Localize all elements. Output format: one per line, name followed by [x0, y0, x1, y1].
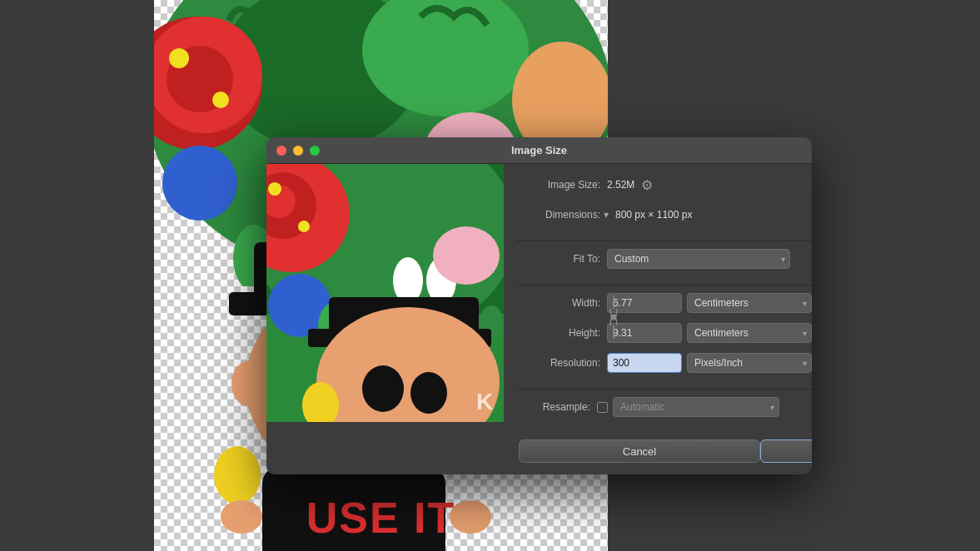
- image-size-value: 2.52M: [607, 179, 634, 191]
- resample-row: Resample: Automatic Preserve Details 2.0…: [517, 396, 812, 418]
- resolution-row: Resolution: Pixels/Inch Pixels/Centimete…: [517, 352, 812, 374]
- fit-to-select[interactable]: Custom Letter (300 ppi) A4 (300 ppi) Pri…: [607, 249, 790, 269]
- svg-point-36: [393, 257, 423, 304]
- height-unit-wrapper: Centimeters Pixels Inches Millimeters Pe…: [687, 323, 812, 343]
- dialog-preview: K: [266, 164, 504, 422]
- svg-point-14: [162, 146, 237, 221]
- separator-1: [517, 241, 812, 241]
- dimensions-row: Dimensions: ▾ 800 px × 1100 px: [517, 204, 812, 226]
- cancel-button[interactable]: Cancel: [519, 439, 760, 463]
- svg-point-50: [611, 315, 617, 320]
- window-buttons: [276, 146, 320, 156]
- resample-select-wrapper: Automatic Preserve Details 2.0 Bicubic S…: [613, 397, 779, 417]
- width-unit-wrapper: Centimeters Pixels Inches Millimeters Pe…: [687, 293, 812, 313]
- svg-point-13: [212, 92, 229, 108]
- svg-point-24: [214, 446, 261, 504]
- svg-point-26: [450, 500, 491, 534]
- dialog-inner: K Image Size: 2.52M ⚙ Dimensions: ▾ 800 …: [266, 164, 812, 474]
- link-icon: [607, 294, 620, 340]
- width-label: Width:: [517, 297, 600, 309]
- svg-point-34: [298, 221, 310, 232]
- svg-point-12: [169, 48, 189, 68]
- fit-to-label: Fit To:: [517, 253, 600, 265]
- image-size-row: Image Size: 2.52M ⚙: [517, 174, 812, 196]
- svg-point-33: [268, 182, 281, 196]
- svg-point-25: [221, 500, 262, 534]
- resolution-label: Resolution:: [517, 357, 600, 369]
- resolution-unit-select[interactable]: Pixels/Inch Pixels/Centimeter: [687, 353, 812, 373]
- dialog-buttons: Cancel OK: [517, 439, 812, 463]
- fit-to-select-wrapper: Custom Letter (300 ppi) A4 (300 ppi) Pri…: [607, 249, 790, 269]
- svg-point-47: [410, 372, 447, 414]
- bottom-text: USE IT: [306, 493, 456, 543]
- width-unit-select[interactable]: Centimeters Pixels Inches Millimeters Pe…: [687, 293, 812, 313]
- dimensions-dropdown[interactable]: ▾: [604, 209, 609, 221]
- resample-checkbox[interactable]: [597, 402, 608, 413]
- dialog-titlebar: Image Size: [266, 137, 812, 164]
- height-row: Height: Centimeters Pixels Inches Millim…: [517, 322, 812, 344]
- dialog-preview-art: K: [266, 164, 504, 422]
- ok-button[interactable]: OK: [760, 439, 812, 463]
- minimize-button[interactable]: [293, 146, 303, 156]
- resolution-input[interactable]: [607, 353, 682, 373]
- image-size-label: Image Size:: [517, 179, 600, 191]
- dialog-title: Image Size: [511, 144, 567, 156]
- dim-rows: Width: Centimeters Pixels Inches Millime…: [517, 292, 812, 352]
- resample-label: Resample:: [517, 401, 590, 413]
- maximize-button[interactable]: [310, 146, 320, 156]
- svg-text:K: K: [476, 389, 493, 414]
- dimensions-label: Dimensions:: [517, 209, 600, 221]
- separator-3: [517, 389, 812, 390]
- close-button[interactable]: [276, 146, 286, 156]
- resample-select[interactable]: Automatic Preserve Details 2.0 Bicubic S…: [613, 397, 779, 417]
- resolution-unit-wrapper: Pixels/Inch Pixels/Centimeter ▾: [687, 353, 812, 373]
- dialog-controls: Image Size: 2.52M ⚙ Dimensions: ▾ 800 px…: [504, 164, 812, 474]
- height-label: Height:: [517, 327, 600, 339]
- svg-point-22: [231, 360, 268, 407]
- height-unit-select[interactable]: Centimeters Pixels Inches Millimeters Pe…: [687, 323, 812, 343]
- svg-point-38: [433, 226, 500, 285]
- width-row: Width: Centimeters Pixels Inches Millime…: [517, 292, 812, 314]
- dimensions-value: 800 px × 1100 px: [615, 209, 692, 221]
- separator-2: [517, 285, 812, 285]
- svg-point-46: [362, 365, 404, 412]
- gear-button[interactable]: ⚙: [641, 177, 653, 193]
- image-size-dialog: Image Size: [266, 137, 812, 474]
- fit-to-row: Fit To: Custom Letter (300 ppi) A4 (300 …: [517, 248, 812, 270]
